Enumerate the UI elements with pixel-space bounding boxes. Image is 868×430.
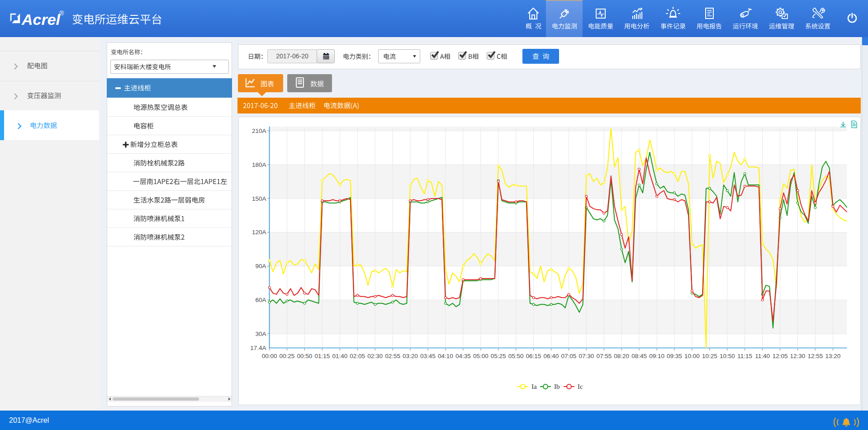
svg-text:12:05: 12:05 [773,353,788,359]
svg-text:06:15: 06:15 [526,353,541,359]
svg-text:02:30: 02:30 [367,353,383,359]
svg-text:120A: 120A [252,229,266,236]
svg-text:03:45: 03:45 [420,353,436,359]
svg-text:07:55: 07:55 [596,353,612,359]
svg-text:10:25: 10:25 [702,353,717,359]
svg-text:17.4A: 17.4A [250,345,266,351]
svg-text:04:10: 04:10 [438,353,453,359]
svg-text:09:35: 09:35 [667,353,682,359]
svg-text:210A: 210A [252,128,266,134]
svg-text:11:15: 11:15 [737,353,752,359]
svg-text:150A: 150A [252,195,266,202]
svg-text:60A: 60A [256,297,266,303]
svg-text:02:05: 02:05 [350,353,365,359]
svg-text:07:30: 07:30 [579,353,594,359]
svg-text:12:55: 12:55 [808,353,823,359]
svg-text:05:00: 05:00 [473,353,489,359]
svg-text:05:25: 05:25 [491,353,506,359]
svg-text:03:20: 03:20 [403,353,418,359]
svg-text:01:15: 01:15 [315,353,330,359]
svg-text:Ic: Ic [578,383,583,390]
svg-text:08:20: 08:20 [614,353,629,359]
svg-text:07:05: 07:05 [561,353,577,359]
svg-text:12:30: 12:30 [790,353,806,359]
svg-text:00:25: 00:25 [280,353,295,359]
svg-text:10:00: 10:00 [684,353,700,359]
svg-text:08:45: 08:45 [631,353,647,359]
svg-text:11:40: 11:40 [755,353,770,359]
svg-text:Ib: Ib [554,383,560,390]
svg-text:06:40: 06:40 [544,353,559,359]
svg-text:180A: 180A [252,161,266,168]
svg-text:10:50: 10:50 [720,353,735,359]
svg-text:02:55: 02:55 [385,353,400,359]
svg-text:04:35: 04:35 [455,353,471,359]
svg-text:00:00: 00:00 [262,353,277,359]
svg-text:Ia: Ia [531,383,537,390]
svg-text:01:40: 01:40 [332,353,347,359]
svg-text:13:20: 13:20 [825,353,841,359]
svg-text:09:10: 09:10 [649,353,664,359]
svg-text:00:50: 00:50 [297,353,313,359]
svg-text:90A: 90A [256,263,266,269]
svg-text:05:50: 05:50 [508,353,524,359]
svg-text:30A: 30A [256,331,266,337]
